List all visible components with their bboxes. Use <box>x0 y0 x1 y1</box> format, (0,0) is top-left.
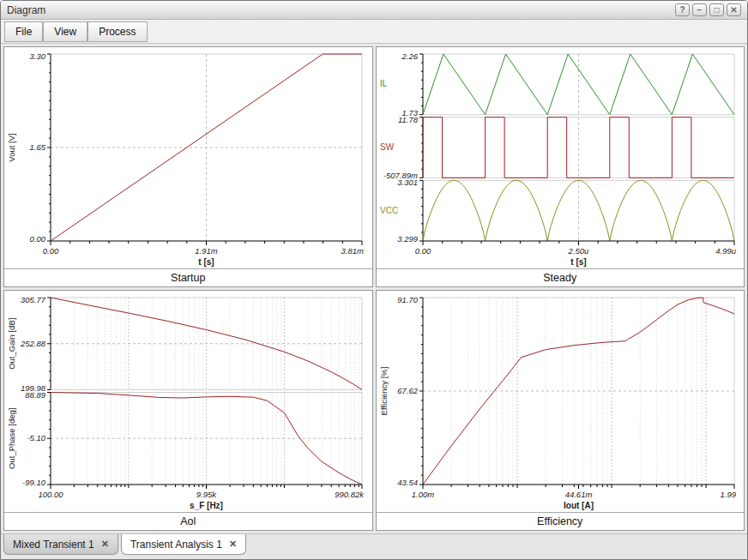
menu-bar: File View Process <box>1 20 747 44</box>
svg-text:67.62: 67.62 <box>397 386 418 395</box>
svg-text:305.77: 305.77 <box>21 295 46 304</box>
menu-file[interactable]: File <box>4 21 43 42</box>
svg-text:3.299: 3.299 <box>397 234 418 244</box>
svg-text:1.65: 1.65 <box>30 142 46 152</box>
tab-label: Mixed Transient 1 <box>13 539 94 551</box>
svg-text:9.95k: 9.95k <box>196 490 217 499</box>
svg-text:2.26: 2.26 <box>401 51 418 61</box>
svg-text:1.00m: 1.00m <box>411 490 433 499</box>
svg-text:88.89: 88.89 <box>25 390 45 400</box>
steady-panel: 2.261.73IL11.78-507.89mSW3.3013.299VCC0.… <box>376 46 745 287</box>
window-controls: ? − □ ✕ <box>675 3 741 16</box>
svg-text:91.70: 91.70 <box>397 295 418 304</box>
svg-text:3.81m: 3.81m <box>341 246 364 256</box>
svg-text:4.99u: 4.99u <box>715 246 736 256</box>
aol-panel: 305.77252.88199.98Out_Gain [dB]88.89-5.1… <box>3 290 373 531</box>
svg-text:Out_Gain [dB]: Out_Gain [dB] <box>7 318 16 370</box>
svg-text:Iout [A]: Iout [A] <box>564 501 594 510</box>
svg-text:2.50u: 2.50u <box>567 246 588 256</box>
startup-title: Startup <box>4 268 372 286</box>
svg-text:-99.10: -99.10 <box>22 478 46 487</box>
svg-text:-5.10: -5.10 <box>27 433 45 443</box>
tab-bar: Mixed Transient 1 ✕ Transient Analysis 1… <box>1 533 747 559</box>
title-bar[interactable]: Diagram ? − □ ✕ <box>1 1 747 20</box>
svg-text:3.30: 3.30 <box>30 51 46 61</box>
tab-label: Transient Analysis 1 <box>130 539 222 551</box>
svg-text:t [s]: t [s] <box>198 257 214 267</box>
svg-text:43.54: 43.54 <box>397 478 418 487</box>
help-button[interactable]: ? <box>675 3 690 16</box>
svg-text:SW: SW <box>380 142 395 152</box>
svg-text:t [s]: t [s] <box>570 257 586 267</box>
svg-text:990.82k: 990.82k <box>335 490 365 499</box>
maximize-button[interactable]: □ <box>709 3 724 16</box>
svg-text:Vout [V]: Vout [V] <box>7 133 16 161</box>
menu-view[interactable]: View <box>43 21 87 42</box>
svg-text:100.00: 100.00 <box>38 490 63 499</box>
svg-text:1.91m: 1.91m <box>195 246 217 256</box>
svg-text:0.00: 0.00 <box>43 246 59 256</box>
aol-plot-area[interactable]: 305.77252.88199.98Out_Gain [dB]88.89-5.1… <box>4 291 372 512</box>
efficiency-plot-area[interactable]: 91.7067.6243.54Efficiency [%]1.00m44.61m… <box>377 291 745 512</box>
aol-title: Aol <box>4 512 372 530</box>
plot-grid: 3.301.650.00Vout [V]0.001.91m3.81mt [s] … <box>1 44 747 533</box>
svg-text:3.301: 3.301 <box>397 178 418 187</box>
svg-text:0.00: 0.00 <box>30 234 46 244</box>
tab-transient-analysis-1[interactable]: Transient Analysis 1 ✕ <box>121 534 246 555</box>
steady-title: Steady <box>377 268 745 286</box>
svg-text:44.61m: 44.61m <box>564 490 592 499</box>
close-tab-icon[interactable]: ✕ <box>229 539 237 549</box>
svg-text:252.88: 252.88 <box>20 339 46 348</box>
startup-panel: 3.301.650.00Vout [V]0.001.91m3.81mt [s] … <box>3 46 373 287</box>
svg-text:1.99: 1.99 <box>720 490 736 499</box>
window-title: Diagram <box>7 4 45 16</box>
svg-text:Efficiency [%]: Efficiency [%] <box>379 367 389 416</box>
minimize-button[interactable]: − <box>692 3 707 16</box>
svg-text:11.78: 11.78 <box>397 115 418 124</box>
svg-text:s_F [Hz]: s_F [Hz] <box>190 501 223 510</box>
menu-process[interactable]: Process <box>87 21 147 42</box>
svg-text:Out_Phase [deg]: Out_Phase [deg] <box>7 408 16 469</box>
close-button[interactable]: ✕ <box>727 3 741 16</box>
startup-plot-area[interactable]: 3.301.650.00Vout [V]0.001.91m3.81mt [s] <box>4 47 372 268</box>
svg-text:0.00: 0.00 <box>414 246 431 256</box>
tab-mixed-transient-1[interactable]: Mixed Transient 1 ✕ <box>3 534 118 555</box>
efficiency-panel: 91.7067.6243.54Efficiency [%]1.00m44.61m… <box>376 290 745 531</box>
svg-text:IL: IL <box>380 79 388 88</box>
diagram-window: Diagram ? − □ ✕ File View Process 3.301.… <box>0 0 748 560</box>
steady-plot-area[interactable]: 2.261.73IL11.78-507.89mSW3.3013.299VCC0.… <box>377 47 745 268</box>
close-tab-icon[interactable]: ✕ <box>101 539 109 549</box>
efficiency-title: Efficiency <box>377 512 745 530</box>
svg-text:VCC: VCC <box>380 206 398 215</box>
